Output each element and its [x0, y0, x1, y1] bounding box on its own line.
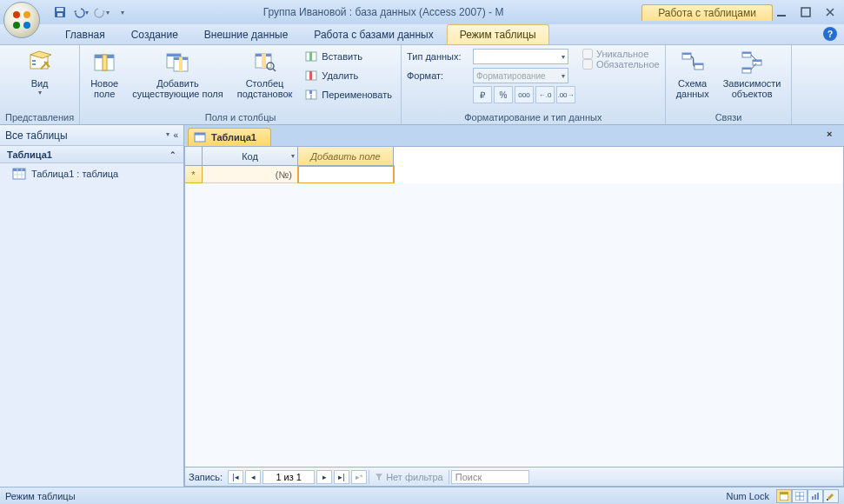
datasheet-grid: Код▾ Добавить поле * (№) Запись: |◂ ◂ ▸ …: [184, 146, 844, 487]
relationships-button[interactable]: Схема данных: [671, 47, 714, 101]
datatype-label: Тип данных:: [407, 51, 469, 62]
cell-add-field-new[interactable]: [298, 166, 394, 183]
lookup-column-icon: [251, 49, 279, 76]
new-record-row-selector[interactable]: *: [185, 166, 203, 183]
svg-point-2: [13, 22, 20, 29]
svg-rect-33: [682, 53, 691, 55]
svg-rect-11: [32, 63, 36, 65]
datatype-select[interactable]: ▾: [473, 49, 568, 64]
qat-customize-icon[interactable]: ▾: [113, 3, 132, 22]
svg-rect-57: [827, 499, 828, 501]
pivot-table-view-button[interactable]: [792, 489, 807, 503]
svg-rect-43: [13, 169, 25, 171]
object-dependencies-button[interactable]: Зависимости объектов: [718, 47, 787, 101]
ribbon-group-fields-columns: Новое поле Добавить существующие поля Ст…: [80, 45, 402, 124]
window-title: Группа Ивановой : база данных (Access 20…: [132, 6, 635, 18]
svg-point-3: [23, 22, 30, 29]
svg-rect-27: [309, 71, 312, 80]
status-mode: Режим таблицы: [5, 491, 76, 501]
add-existing-fields-button[interactable]: Добавить существующие поля: [127, 47, 229, 101]
comma-format-button[interactable]: 000: [515, 86, 534, 103]
pivot-chart-view-button[interactable]: [807, 489, 823, 503]
svg-rect-39: [753, 60, 761, 62]
search-input[interactable]: [451, 470, 529, 484]
close-document-button[interactable]: ×: [827, 129, 839, 141]
ribbon-group-relationships: Схема данных Зависимости объектов Связи: [666, 45, 793, 124]
insert-button[interactable]: Вставить: [301, 47, 395, 66]
help-button[interactable]: ?: [823, 27, 837, 41]
decrease-decimals-button[interactable]: .00→: [556, 86, 575, 103]
percent-format-button[interactable]: %: [494, 86, 513, 103]
redo-icon[interactable]: ▾: [92, 3, 111, 22]
svg-rect-5: [56, 8, 63, 11]
collapse-group-icon: ⌃: [169, 150, 176, 159]
tab-create[interactable]: Создание: [118, 24, 191, 44]
dropdown-icon: ▾: [291, 152, 295, 160]
rename-button[interactable]: I Переименовать: [301, 85, 395, 104]
svg-rect-14: [103, 55, 107, 70]
svg-rect-54: [812, 496, 814, 500]
svg-rect-8: [801, 8, 810, 17]
rename-icon: I: [304, 88, 318, 102]
maximize-button[interactable]: [797, 5, 814, 19]
save-icon[interactable]: [50, 3, 70, 22]
filter-indicator[interactable]: Нет фильтра: [369, 470, 449, 484]
tab-datasheet[interactable]: Режим таблицы: [447, 24, 549, 44]
view-button[interactable]: Вид ▾: [21, 47, 59, 98]
svg-point-0: [13, 11, 20, 18]
increase-decimals-button[interactable]: ←.0: [535, 86, 555, 103]
nav-pane-header[interactable]: Все таблицы ▾«: [0, 125, 183, 146]
last-record-button[interactable]: ▸|: [334, 470, 349, 484]
undo-icon[interactable]: ▾: [71, 3, 90, 22]
select-all-corner[interactable]: [185, 147, 203, 166]
next-record-button[interactable]: ▸: [316, 470, 332, 484]
svg-rect-10: [32, 60, 36, 62]
ribbon-group-views: Вид ▾ Представления: [0, 45, 80, 124]
svg-point-1: [23, 11, 30, 18]
filter-icon: [375, 473, 383, 481]
document-tab-table1[interactable]: Таблица1: [188, 128, 271, 146]
tab-external-data[interactable]: Внешние данные: [191, 24, 302, 44]
format-select[interactable]: Форматирование▾: [473, 68, 568, 83]
svg-rect-55: [814, 494, 816, 500]
column-header-add-field[interactable]: Добавить поле: [298, 147, 394, 166]
ribbon-group-datatype-formatting: Тип данных: ▾ Формат: Форматирование▾ ₽ …: [402, 45, 666, 124]
insert-icon: [304, 50, 318, 63]
svg-rect-19: [179, 57, 183, 71]
delete-button[interactable]: Удалить: [301, 66, 395, 85]
minimize-button[interactable]: [773, 5, 790, 19]
tab-database-tools[interactable]: Работа с базами данных: [301, 24, 446, 44]
datasheet-view-button[interactable]: [776, 489, 792, 503]
office-button[interactable]: [3, 2, 40, 38]
first-record-button[interactable]: |◂: [228, 470, 243, 484]
table-icon: [194, 131, 206, 143]
context-tab-group-title: Работа с таблицами: [641, 4, 773, 21]
nav-group-header[interactable]: Таблица1 ⌃: [0, 146, 183, 163]
lookup-column-button[interactable]: Столбец подстановок: [232, 47, 298, 101]
tab-home[interactable]: Главная: [52, 24, 118, 44]
svg-rect-35: [694, 63, 703, 65]
collapse-icon[interactable]: «: [173, 130, 178, 140]
svg-rect-7: [777, 15, 786, 17]
svg-rect-41: [742, 68, 751, 70]
record-position-input[interactable]: [263, 470, 315, 484]
svg-rect-37: [742, 52, 751, 54]
currency-format-button[interactable]: ₽: [473, 86, 492, 103]
svg-rect-22: [262, 54, 266, 68]
close-button[interactable]: [821, 5, 839, 19]
nav-item-table1[interactable]: Таблица1 : таблица: [0, 163, 183, 184]
column-header-id[interactable]: Код▾: [203, 147, 298, 166]
new-field-button[interactable]: Новое поле: [85, 47, 123, 101]
design-view-button[interactable]: [823, 489, 839, 503]
new-record-button[interactable]: ▸*: [351, 470, 367, 484]
dropdown-icon: ▾: [38, 89, 42, 96]
prev-record-button[interactable]: ◂: [245, 470, 261, 484]
dependencies-icon: [738, 49, 766, 76]
cell-id-new[interactable]: (№): [203, 166, 298, 183]
dropdown-icon: ▾: [166, 130, 169, 140]
format-label: Формат:: [407, 70, 469, 81]
unique-checkbox[interactable]: Уникальное: [582, 49, 660, 59]
delete-icon: [304, 69, 318, 83]
required-checkbox[interactable]: Обязательное: [582, 59, 660, 70]
svg-rect-6: [57, 13, 63, 17]
